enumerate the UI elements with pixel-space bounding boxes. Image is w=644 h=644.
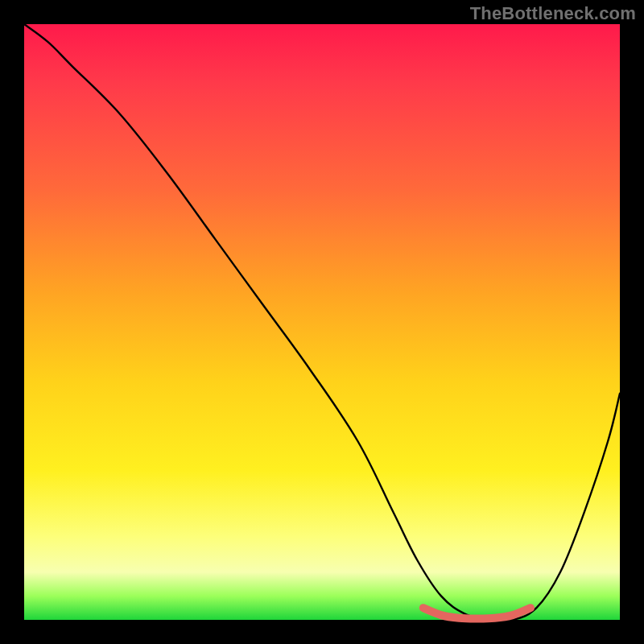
curve-layer bbox=[24, 24, 620, 620]
chart-frame: TheBottleneck.com bbox=[0, 0, 644, 644]
bottleneck-curve bbox=[24, 24, 620, 621]
watermark-text: TheBottleneck.com bbox=[470, 3, 636, 24]
plot-area bbox=[24, 24, 620, 620]
sweet-spot-band bbox=[423, 608, 530, 618]
